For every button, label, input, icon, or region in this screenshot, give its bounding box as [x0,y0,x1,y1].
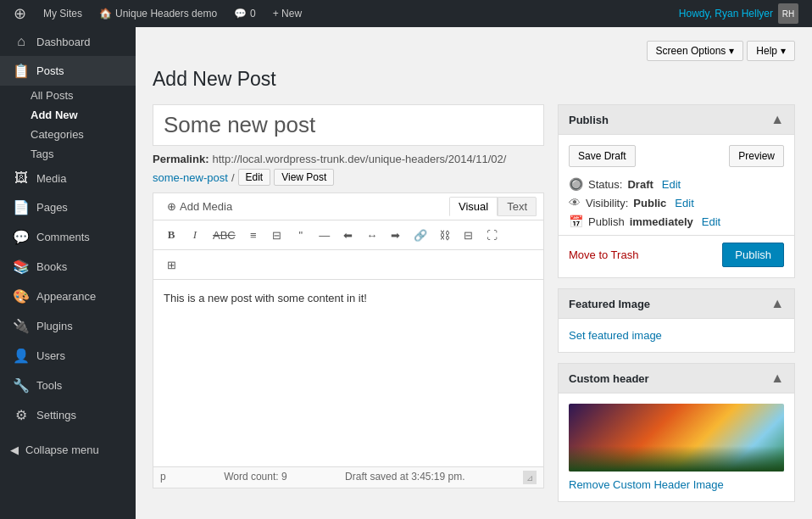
sidebar-item-label: Media [36,172,66,185]
sidebar-item-posts[interactable]: 📋 Posts [0,56,136,86]
publish-panel-title: Publish [569,114,609,126]
link-button[interactable]: 🔗 [409,224,432,246]
publish-btn-label: Publish [735,248,771,261]
unlink-button[interactable]: ⛓ [434,224,456,246]
sidebar-item-appearance[interactable]: 🎨 Appearance [0,282,136,311]
home-icon: 🏠 [99,8,112,20]
main-content: Screen Options ▾ Help ▾ Add New Post Per… [136,27,812,519]
trash-label: Move to Trash [569,248,638,261]
screen-options-button[interactable]: Screen Options ▾ [647,41,744,61]
books-icon: 📚 [13,259,30,275]
screen-options-label: Screen Options [656,45,726,57]
editor-area[interactable]: This is a new post with some content in … [153,280,543,466]
blockquote-button[interactable]: " [290,224,312,246]
table-button[interactable]: ⊞ [160,254,182,276]
tools-icon: 🔧 [13,377,30,393]
post-title-input[interactable] [153,104,544,146]
add-media-label: Add Media [180,200,232,213]
sidebar-item-dashboard[interactable]: ⌂ Dashboard [0,27,136,56]
publish-time-edit-label: Edit [702,215,720,228]
fullscreen-button[interactable]: ⛶ [481,224,503,246]
align-right-button[interactable]: ➡ [385,224,407,246]
edit-permalink-button[interactable]: Edit [238,169,271,186]
publish-time-edit-link[interactable]: Edit [702,215,720,228]
editor-statusbar: p Word count: 9 Draft saved at 3:45:19 p… [153,466,543,488]
top-bar: Screen Options ▾ Help ▾ [153,41,795,61]
editor-tabs: Visual Text [449,197,537,216]
wp-logo-icon: ⊕ [14,4,26,23]
publish-panel-header[interactable]: Publish ▲ [559,105,794,135]
sidebar-item-tools[interactable]: 🔧 Tools [0,371,136,400]
ordered-list-button[interactable]: ⊟ [266,224,288,246]
unordered-list-button[interactable]: ≡ [242,224,264,246]
publish-divider [559,235,794,236]
settings-icon: ⚙ [13,407,30,423]
publish-time: immediately [630,215,693,228]
sidebar-item-books[interactable]: 📚 Books [0,252,136,282]
sidebar-item-label: Settings [36,409,76,421]
custom-header-title: Custom header [569,372,649,385]
media-icon: 🖼 [13,170,30,186]
publish-actions: Save Draft Preview [569,145,784,167]
permalink-slug[interactable]: some-new-post [153,171,228,184]
sidebar-item-users[interactable]: 👤 Users [0,341,136,371]
permalink-bar: Permalink: http://local.wordpress-trunk.… [153,153,544,186]
sidebar-item-label: Tools [36,379,62,392]
sidebar-sub-categories[interactable]: Categories [0,125,136,144]
tab-text[interactable]: Text [498,197,537,216]
align-center-button[interactable]: ↔ [361,224,383,246]
sidebar-item-pages[interactable]: 📄 Pages [0,193,136,222]
editor-resize-handle[interactable]: ⊿ [523,471,537,484]
sidebar-item-media[interactable]: 🖼 Media [0,164,136,193]
posts-icon: 📋 [13,63,30,79]
horizontal-rule-button[interactable]: — [314,224,336,246]
view-post-label: View Post [281,171,326,183]
italic-button[interactable]: I [184,224,206,246]
custom-header-panel-header[interactable]: Custom header ▲ [559,364,794,393]
permalink-label: Permalink: [153,153,209,165]
blockquote-icon: " [298,229,303,242]
sidebar-sub-add-new[interactable]: Add New [0,105,136,125]
add-media-button[interactable]: ⊕ Add Media [160,197,239,216]
plugins-icon: 🔌 [13,318,30,334]
sidebar-sub-all-posts[interactable]: All Posts [0,86,136,105]
my-sites-menu[interactable]: My Sites [36,0,89,27]
save-draft-button[interactable]: Save Draft [569,145,636,167]
bold-button[interactable]: B [160,224,182,246]
preview-button[interactable]: Preview [729,145,784,167]
sidebar-item-comments[interactable]: 💬 Comments [0,222,136,252]
sidebar-item-settings[interactable]: ⚙ Settings [0,400,136,430]
dashboard-icon: ⌂ [13,34,30,49]
page-title: Add New Post [153,68,795,91]
sidebar-sub-tags[interactable]: Tags [0,144,136,164]
wp-logo-item[interactable]: ⊕ [7,0,33,27]
set-featured-image-link[interactable]: Set featured image [569,329,662,342]
preview-label: Preview [738,150,775,162]
view-post-button[interactable]: View Post [274,169,334,186]
strikethrough-button[interactable]: ABC [208,224,241,246]
visibility-icon: 👁 [569,196,581,209]
editor-box: ⊕ Add Media Visual Text [153,193,544,488]
featured-image-panel-header[interactable]: Featured Image ▲ [559,289,794,319]
sidebar-item-label: Plugins [36,320,73,332]
insert-button[interactable]: ⊟ [458,224,480,246]
visibility-edit-link[interactable]: Edit [675,197,693,209]
align-left-button[interactable]: ⬅ [337,224,359,246]
visibility-edit-label: Edit [675,197,693,209]
tab-visual[interactable]: Visual [449,197,498,216]
comments-item[interactable]: 💬 0 [227,0,263,27]
move-to-trash-button[interactable]: Move to Trash [569,248,638,261]
format-toolbar-group: B I ABC ≡ ⊟ " — ⬅ ↔ ➡ 🔗 ⛓ ⊟ [160,224,503,246]
collapse-menu-button[interactable]: ◀ Collapse menu [0,437,136,463]
sidebar-item-plugins[interactable]: 🔌 Plugins [0,311,136,341]
site-name-item[interactable]: 🏠 Unique Headers demo [92,0,224,27]
remove-custom-header-link[interactable]: Remove Custom Header Image [569,478,724,491]
status-edit-link[interactable]: Edit [662,178,681,191]
help-button[interactable]: Help ▾ [747,41,795,61]
comments-icon: 💬 [13,229,30,245]
publish-button[interactable]: Publish [722,243,784,267]
visibility-value: Public [633,197,666,209]
new-item[interactable]: + New [266,0,309,27]
howdy-item[interactable]: Howdy, Ryan Hellyer RH [672,3,805,24]
publish-visibility: 👁 Visibility: Public Edit [569,196,784,209]
